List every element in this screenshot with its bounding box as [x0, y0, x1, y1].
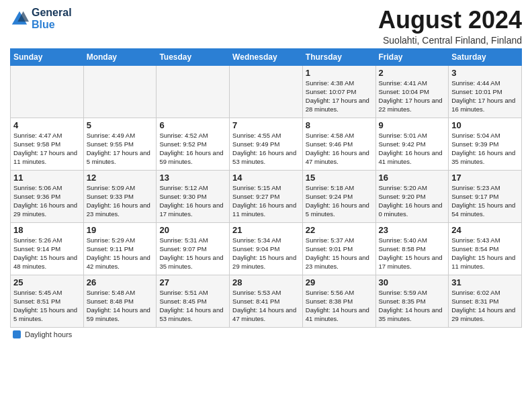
day-number: 31 — [451, 277, 519, 287]
day-detail: Sunrise: 5:29 AMSunset: 9:11 PMDaylight:… — [87, 236, 154, 271]
day-cell: 17Sunrise: 5:23 AMSunset: 9:17 PMDayligh… — [449, 170, 522, 222]
day-cell: 25Sunrise: 5:45 AMSunset: 8:51 PMDayligh… — [11, 275, 84, 327]
day-number: 2 — [379, 68, 446, 78]
day-cell — [157, 65, 230, 118]
footer: Daylight hours — [10, 330, 522, 338]
day-cell: 19Sunrise: 5:29 AMSunset: 9:11 PMDayligh… — [83, 222, 157, 275]
day-detail: Sunrise: 4:41 AMSunset: 10:04 PMDaylight… — [379, 79, 446, 114]
day-cell: 3Sunrise: 4:44 AMSunset: 10:01 PMDayligh… — [449, 65, 522, 118]
day-detail: Sunrise: 5:45 AMSunset: 8:51 PMDaylight:… — [13, 288, 81, 324]
day-cell: 27Sunrise: 5:51 AMSunset: 8:45 PMDayligh… — [157, 275, 230, 327]
main-title: August 2024 — [378, 7, 522, 34]
day-detail: Sunrise: 4:58 AMSunset: 9:46 PMDaylight:… — [306, 131, 373, 167]
day-number: 10 — [451, 120, 519, 130]
logo-icon — [10, 9, 29, 28]
day-number: 8 — [306, 120, 373, 130]
day-cell: 6Sunrise: 4:52 AMSunset: 9:52 PMDaylight… — [157, 118, 230, 170]
day-cell: 10Sunrise: 5:04 AMSunset: 9:39 PMDayligh… — [449, 118, 522, 170]
day-detail: Sunrise: 5:23 AMSunset: 9:17 PMDaylight:… — [451, 183, 519, 219]
day-detail: Sunrise: 4:49 AMSunset: 9:55 PMDaylight:… — [87, 131, 154, 167]
day-number: 15 — [306, 173, 373, 183]
footer-label: Daylight hours — [25, 330, 72, 338]
header: General Blue August 2024 Suolahti, Centr… — [10, 7, 522, 46]
day-detail: Sunrise: 4:44 AMSunset: 10:01 PMDaylight… — [451, 79, 519, 114]
day-number: 28 — [232, 277, 300, 287]
week-row-1: 1Sunrise: 4:38 AMSunset: 10:07 PMDayligh… — [11, 65, 522, 118]
day-cell — [11, 65, 84, 118]
day-number: 9 — [379, 120, 446, 130]
day-cell: 11Sunrise: 5:06 AMSunset: 9:36 PMDayligh… — [11, 170, 84, 222]
day-cell: 18Sunrise: 5:26 AMSunset: 9:14 PMDayligh… — [11, 222, 84, 275]
day-cell: 16Sunrise: 5:20 AMSunset: 9:20 PMDayligh… — [375, 170, 449, 222]
day-detail: Sunrise: 5:09 AMSunset: 9:33 PMDaylight:… — [87, 183, 154, 219]
day-cell: 2Sunrise: 4:41 AMSunset: 10:04 PMDayligh… — [375, 65, 449, 118]
day-detail: Sunrise: 5:06 AMSunset: 9:36 PMDaylight:… — [13, 183, 81, 219]
day-detail: Sunrise: 5:26 AMSunset: 9:14 PMDaylight:… — [13, 236, 81, 271]
day-detail: Sunrise: 5:20 AMSunset: 9:20 PMDaylight:… — [379, 183, 446, 219]
day-detail: Sunrise: 5:56 AMSunset: 8:38 PMDaylight:… — [306, 288, 373, 324]
col-header-friday: Friday — [375, 48, 449, 65]
day-detail: Sunrise: 5:51 AMSunset: 8:45 PMDaylight:… — [159, 288, 226, 324]
day-number: 4 — [13, 120, 81, 130]
day-number: 1 — [306, 68, 373, 78]
col-header-monday: Monday — [83, 48, 157, 65]
day-cell: 4Sunrise: 4:47 AMSunset: 9:58 PMDaylight… — [11, 118, 84, 170]
day-detail: Sunrise: 4:38 AMSunset: 10:07 PMDaylight… — [306, 79, 373, 114]
day-number: 14 — [232, 173, 300, 183]
day-detail: Sunrise: 5:40 AMSunset: 8:58 PMDaylight:… — [379, 236, 446, 271]
day-number: 22 — [306, 225, 373, 235]
day-cell: 15Sunrise: 5:18 AMSunset: 9:24 PMDayligh… — [302, 170, 375, 222]
day-cell: 21Sunrise: 5:34 AMSunset: 9:04 PMDayligh… — [230, 222, 303, 275]
day-cell — [230, 65, 303, 118]
day-number: 25 — [13, 277, 81, 287]
day-cell: 26Sunrise: 5:48 AMSunset: 8:48 PMDayligh… — [83, 275, 157, 327]
day-number: 7 — [232, 120, 300, 130]
day-detail: Sunrise: 4:52 AMSunset: 9:52 PMDaylight:… — [159, 131, 226, 167]
day-number: 3 — [451, 68, 519, 78]
day-cell — [83, 65, 157, 118]
day-cell: 12Sunrise: 5:09 AMSunset: 9:33 PMDayligh… — [83, 170, 157, 222]
col-header-thursday: Thursday — [302, 48, 375, 65]
day-number: 6 — [159, 120, 226, 130]
day-cell: 8Sunrise: 4:58 AMSunset: 9:46 PMDaylight… — [302, 118, 375, 170]
day-detail: Sunrise: 5:34 AMSunset: 9:04 PMDaylight:… — [232, 236, 300, 271]
day-detail: Sunrise: 5:18 AMSunset: 9:24 PMDaylight:… — [306, 183, 373, 219]
day-number: 29 — [306, 277, 373, 287]
day-detail: Sunrise: 5:59 AMSunset: 8:35 PMDaylight:… — [379, 288, 446, 324]
col-header-tuesday: Tuesday — [157, 48, 230, 65]
day-detail: Sunrise: 5:37 AMSunset: 9:01 PMDaylight:… — [306, 236, 373, 271]
logo-text: General Blue — [32, 7, 72, 30]
title-block: August 2024 Suolahti, Central Finland, F… — [378, 7, 522, 46]
day-cell: 14Sunrise: 5:15 AMSunset: 9:27 PMDayligh… — [230, 170, 303, 222]
day-cell: 24Sunrise: 5:43 AMSunset: 8:54 PMDayligh… — [449, 222, 522, 275]
day-number: 11 — [13, 173, 81, 183]
day-cell: 30Sunrise: 5:59 AMSunset: 8:35 PMDayligh… — [375, 275, 449, 327]
day-detail: Sunrise: 5:04 AMSunset: 9:39 PMDaylight:… — [451, 131, 519, 167]
day-number: 26 — [87, 277, 154, 287]
subtitle: Suolahti, Central Finland, Finland — [378, 35, 522, 46]
day-detail: Sunrise: 5:31 AMSunset: 9:07 PMDaylight:… — [159, 236, 226, 271]
day-detail: Sunrise: 5:53 AMSunset: 8:41 PMDaylight:… — [232, 288, 300, 324]
day-detail: Sunrise: 5:12 AMSunset: 9:30 PMDaylight:… — [159, 183, 226, 219]
day-detail: Sunrise: 6:02 AMSunset: 8:31 PMDaylight:… — [451, 288, 519, 324]
day-number: 17 — [451, 173, 519, 183]
day-cell: 23Sunrise: 5:40 AMSunset: 8:58 PMDayligh… — [375, 222, 449, 275]
day-number: 20 — [159, 225, 226, 235]
week-row-2: 4Sunrise: 4:47 AMSunset: 9:58 PMDaylight… — [11, 118, 522, 170]
day-cell: 20Sunrise: 5:31 AMSunset: 9:07 PMDayligh… — [157, 222, 230, 275]
day-number: 12 — [87, 173, 154, 183]
day-number: 13 — [159, 173, 226, 183]
day-cell: 1Sunrise: 4:38 AMSunset: 10:07 PMDayligh… — [302, 65, 375, 118]
week-row-4: 18Sunrise: 5:26 AMSunset: 9:14 PMDayligh… — [11, 222, 522, 275]
day-number: 23 — [379, 225, 446, 235]
day-detail: Sunrise: 5:01 AMSunset: 9:42 PMDaylight:… — [379, 131, 446, 167]
calendar-table: SundayMondayTuesdayWednesdayThursdayFrid… — [10, 48, 522, 328]
col-header-wednesday: Wednesday — [230, 48, 303, 65]
week-row-3: 11Sunrise: 5:06 AMSunset: 9:36 PMDayligh… — [11, 170, 522, 222]
week-row-5: 25Sunrise: 5:45 AMSunset: 8:51 PMDayligh… — [11, 275, 522, 327]
footer-dot-icon — [13, 330, 21, 338]
day-detail: Sunrise: 4:55 AMSunset: 9:49 PMDaylight:… — [232, 131, 300, 167]
logo: General Blue — [10, 7, 72, 30]
day-detail: Sunrise: 4:47 AMSunset: 9:58 PMDaylight:… — [13, 131, 81, 167]
day-cell: 28Sunrise: 5:53 AMSunset: 8:41 PMDayligh… — [230, 275, 303, 327]
